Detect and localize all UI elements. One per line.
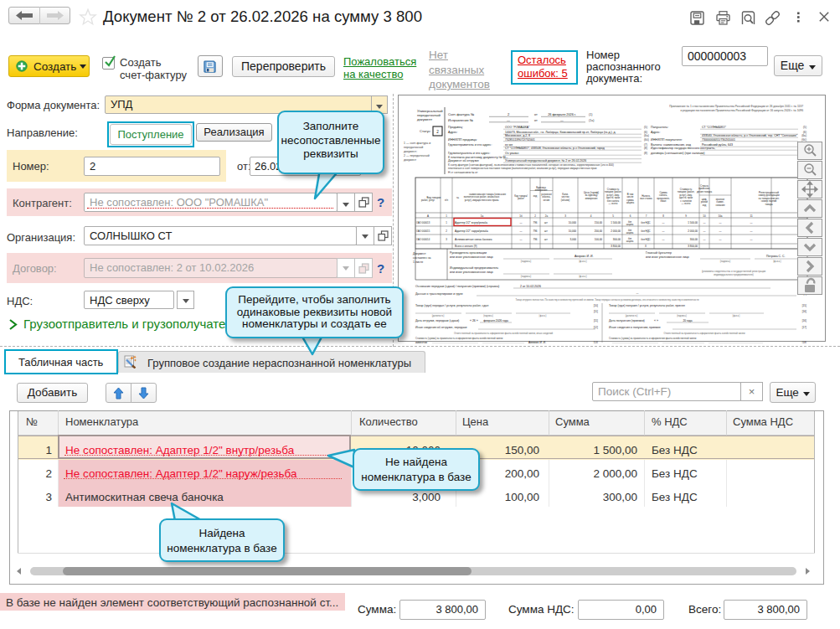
svg-text:—: — — [750, 229, 753, 233]
svg-text:2 от 10.02.2026: 2 от 10.02.2026 — [520, 285, 541, 288]
svg-text:—: — — [636, 291, 639, 295]
svg-text:10: 10 — [703, 214, 706, 218]
svg-text:—: — — [719, 229, 722, 233]
svg-text:[18]: [18] — [802, 341, 807, 344]
svg-text:[16]: [16] — [802, 310, 807, 313]
svg-text:732851139072/732001: 732851139072/732001 — [505, 138, 535, 142]
svg-text:Документ: Документ — [413, 252, 426, 255]
svg-text:2 000,00: 2 000,00 — [611, 229, 621, 233]
svg-text:100,00: 100,00 — [595, 238, 603, 241]
svg-text:Индивидуальный предприниматель: Индивидуальный предприниматель — [450, 266, 498, 270]
svg-text:К счету-фактуре (счетам-фактур: К счету-фактуре (счетам-фактурам), за ис… — [448, 163, 614, 167]
svg-text:10,000: 10,000 — [569, 229, 577, 233]
svg-text:шт: шт — [544, 238, 548, 241]
svg-text:Московская, д.2, 8: Московская, д.2, 8 — [505, 134, 530, 137]
svg-text:документ: документ — [417, 117, 432, 121]
svg-text:Счет-фактура №: Счет-фактура № — [448, 112, 474, 116]
svg-text:[15]: [15] — [802, 304, 807, 307]
svg-text:СТ "СОЛНЫШКО", 433508, Ульянов: СТ "СОЛНЫШКО", 433508, Ульяновская облас… — [505, 147, 605, 150]
svg-text:433540, Ульяновская область, р: 433540, Ульяновская область, р-н Ульянов… — [702, 134, 798, 137]
svg-text:Стоимость (сумма) за правильно: Стоимость (сумма) за правильность и офор… — [415, 337, 503, 340]
svg-text:от: от — [534, 119, 538, 122]
svg-text:(объем): (объем) — [561, 198, 570, 202]
svg-text:шт: шт — [544, 221, 548, 224]
svg-text:[11]: [11] — [594, 319, 598, 322]
svg-text:1б: 1б — [519, 214, 523, 218]
svg-text:Стоимость (сумма) за правильно: Стоимость (сумма) за правильность и офор… — [609, 337, 697, 340]
svg-text:Грузополучатель и его адрес:: Грузополучатель и его адрес: — [448, 152, 491, 155]
svg-text:5: 5 — [612, 214, 614, 218]
svg-text:—: — — [507, 118, 510, 122]
svg-text:Товар отгружен полностью. По к: Товар отгружен полностью. По качеству и … — [516, 298, 699, 302]
svg-text:Ответственный за правильность: Ответственный за правильность оформления… — [454, 332, 554, 335]
svg-text:(6б): (6б) — [801, 138, 807, 142]
svg-text:Идентификатор государственного: Идентификатор государственного контракта… — [651, 147, 715, 150]
svg-text:2а: 2а — [545, 214, 549, 218]
svg-text:Товар (груз) передал / услуги,: Товар (груз) передал / услуги, результат… — [415, 304, 488, 307]
svg-text:код: код — [703, 204, 707, 207]
svg-text:СТ "СОЛНЫШКО": СТ "СОЛНЫШКО" — [702, 126, 727, 129]
svg-text:Аверкин И. И.: Аверкин И. И. — [528, 341, 546, 344]
svg-text:2: 2 — [446, 229, 447, 233]
svg-text:Приложение № 1 к постановлению: Приложение № 1 к постановлению Правитель… — [669, 105, 803, 108]
svg-text:Исправление №: Исправление № — [448, 118, 473, 122]
svg-text:Адаптер 1/2" наруж/резьба: Адаптер 1/2" наруж/резьба — [455, 229, 488, 233]
svg-text:3,000: 3,000 — [569, 238, 576, 241]
svg-text:« »: « » — [654, 319, 658, 322]
svg-text:2 — передаточный: 2 — передаточный — [404, 154, 430, 157]
svg-text:ОАО 000014: ОАО 000014 — [416, 238, 430, 241]
svg-text:ОАО 000013: ОАО 000013 — [416, 221, 430, 224]
svg-text:1 — счет-фактура и: 1 — счет-фактура и — [404, 142, 430, 145]
svg-text:(должность): (должность) — [626, 314, 638, 317]
svg-text:договора (соглашения) (при нал: договора (соглашения) (при наличии) — [651, 152, 705, 155]
svg-text:(8): (8) — [644, 152, 647, 155]
svg-text:26 февраля 2026 г.: 26 февраля 2026 г. — [548, 113, 576, 116]
svg-text:—: — — [520, 238, 523, 241]
svg-text:без НДС: без НДС — [641, 238, 650, 241]
svg-text:11: 11 — [750, 214, 752, 218]
svg-text:нование: нование — [715, 204, 725, 207]
svg-text:—: — — [703, 238, 706, 241]
svg-text:—: — — [750, 238, 753, 241]
svg-text:796: 796 — [533, 221, 537, 224]
svg-text:передаточный: передаточный — [404, 146, 423, 149]
svg-text:Получатель:: Получатель: — [651, 126, 668, 129]
svg-text:73000000051/730201001: 73000000051/730201001 — [702, 138, 735, 142]
svg-text:ОАО 000015: ОАО 000015 — [416, 229, 430, 233]
svg-text:—: — — [719, 238, 722, 241]
svg-text:Данные о транспортировке и гру: Данные о транспортировке и грузе — [415, 292, 463, 296]
svg-text:—: — — [520, 229, 523, 233]
svg-text:10а: 10а — [718, 214, 722, 218]
svg-text:Иные сведения об отгрузке, пер: Иные сведения об отгрузке, передаче — [415, 326, 467, 329]
svg-text:20 года: 20 года — [683, 319, 692, 322]
svg-text:(ф.и.о.): (ф.и.о.) — [773, 260, 781, 263]
svg-text:составлен на: составлен на — [413, 256, 431, 260]
svg-text:работ: работ — [518, 197, 524, 200]
svg-text:(подпись): (подпись) — [521, 275, 532, 278]
svg-text:№: № — [456, 196, 459, 199]
svg-text:акциза: акциза — [626, 232, 634, 235]
svg-text:(1а): (1а) — [589, 119, 594, 122]
svg-text:Главный бухгалтер: Главный бухгалтер — [646, 251, 672, 255]
svg-text:Ответственный за правильность: Ответственный за правильность оформления… — [663, 332, 745, 335]
svg-text:—: — — [560, 119, 564, 122]
svg-text:акциза: акциза — [626, 240, 634, 243]
svg-text:1: 1 — [446, 214, 447, 218]
svg-text:—: — — [662, 221, 665, 224]
svg-text:(5): (5) — [644, 126, 647, 129]
svg-text:(ф.и.о.): (ф.и.о.) — [539, 314, 547, 317]
svg-text:Антимоскитная свеча баночка: Антимоскитная свеча баночка — [455, 238, 492, 241]
svg-text:2 000,00: 2 000,00 — [688, 229, 698, 233]
svg-text:[16]: [16] — [802, 319, 807, 322]
svg-text:Адаптер 1/2" внутр/резьба: Адаптер 1/2" внутр/резьба — [455, 221, 487, 224]
svg-text:вая ставка: вая ставка — [640, 197, 652, 200]
svg-text:[11]: [11] — [594, 310, 598, 313]
svg-text:Универсальный передаточный док: Универсальный передаточный документ, № 2… — [505, 159, 586, 162]
svg-text:—: — — [703, 229, 706, 233]
svg-text:« 26 »: « 26 » — [470, 319, 478, 322]
svg-text:(6б): (6б) — [644, 138, 649, 142]
svg-text:—: — — [703, 221, 706, 224]
svg-text:без НДС: без НДС — [641, 221, 650, 224]
svg-text:ИНН/КПП продавца:: ИНН/КПП продавца: — [448, 138, 477, 142]
svg-text:товара: товара — [765, 203, 773, 206]
